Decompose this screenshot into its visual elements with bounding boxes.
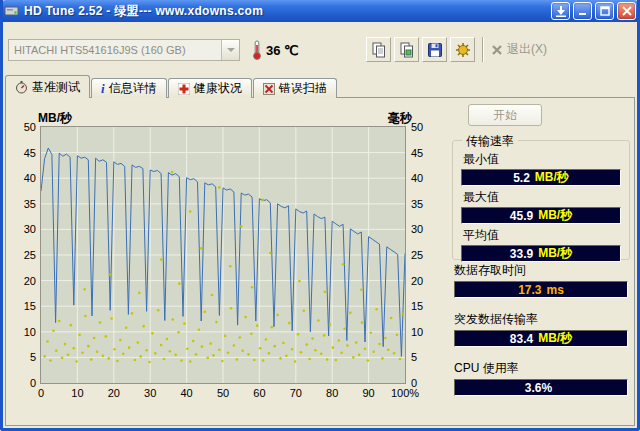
copy-text-button[interactable]	[366, 37, 391, 62]
benchmark-stopwatch-icon	[15, 81, 28, 94]
chevron-down-icon	[227, 48, 235, 52]
tab-label: 信息详情	[109, 80, 157, 97]
stat-label-min: 最小值	[463, 151, 629, 168]
minimize-icon	[578, 6, 588, 16]
chart-plot-area	[41, 127, 405, 383]
stat-value-access-time: 17.3ms	[454, 281, 628, 298]
transfer-rate-group-title: 传输速率	[462, 133, 518, 150]
stat-label-cpu-usage: CPU 使用率	[454, 360, 630, 377]
close-icon	[622, 6, 632, 16]
temperature-display: 36 ℃	[252, 39, 299, 61]
y-axis-right-ticks: 50454035302520151050	[411, 127, 437, 383]
left-axis-title: MB/秒	[38, 110, 72, 127]
copy-image-button[interactable]	[394, 37, 419, 62]
health-cross-icon	[178, 83, 190, 95]
drive-select[interactable]: HITACHI HTS541616J9S (160 GB)	[8, 39, 240, 61]
extra-stats: 数据存取时间 17.3ms 突发数据传输率 83.4MB/秒 CPU 使用率 3…	[452, 262, 630, 409]
copy-image-icon	[399, 42, 415, 58]
window-title: HD Tune 2.52 - 绿盟--- www.xdowns.com	[24, 3, 263, 20]
tab-label: 基准测试	[32, 79, 80, 96]
minimize-button[interactable]	[573, 2, 592, 20]
close-button[interactable]	[617, 2, 636, 20]
thermometer-icon	[252, 40, 262, 60]
stat-value-cpu-usage: 3.6%	[454, 379, 628, 396]
download-icon	[556, 6, 566, 17]
exit-icon	[491, 44, 503, 56]
start-button[interactable]: 开始	[468, 104, 542, 126]
right-axis-title: 毫秒	[388, 110, 412, 127]
stat-value-avg: 33.9MB/秒	[461, 245, 621, 262]
maximize-button[interactable]	[595, 2, 614, 20]
exit-button[interactable]: 退出(X)	[491, 37, 547, 62]
tab-label: 错误扫描	[279, 80, 327, 97]
tab-health[interactable]: 健康状况	[168, 78, 252, 98]
error-scan-icon	[263, 83, 275, 95]
save-screenshot-button[interactable]	[422, 37, 447, 62]
stat-label-max: 最大值	[463, 189, 629, 206]
toolbar: HITACHI HTS541616J9S (160 GB) 36 ℃ 退出(X)	[0, 22, 640, 76]
copy-icon	[371, 42, 387, 58]
y-axis-left-ticks: 50454035302520151050	[10, 127, 36, 383]
options-gear-icon	[455, 42, 471, 58]
toolbar-buttons	[366, 37, 475, 62]
app-icon	[4, 4, 19, 18]
tab-label: 健康状况	[194, 80, 242, 97]
tab-info[interactable]: i 信息详情	[91, 78, 167, 98]
options-button[interactable]	[450, 37, 475, 62]
x-axis-ticks: 0102030405060708090100%	[41, 387, 405, 401]
toolbar-separator	[482, 37, 484, 62]
tab-bar: 基准测试 i 信息详情 健康状况 错误扫描	[5, 75, 337, 98]
drive-select-arrow[interactable]	[221, 40, 239, 60]
transfer-rate-group: 传输速率 最小值 5.2MB/秒 最大值 45.9MB/秒 平均值 33.9MB…	[452, 140, 630, 260]
tab-error-scan[interactable]: 错误扫描	[253, 78, 337, 98]
stat-value-min: 5.2MB/秒	[461, 169, 621, 186]
download-button[interactable]	[551, 2, 570, 20]
stat-value-burst-rate: 83.4MB/秒	[454, 330, 628, 347]
hd-tune-window: HD Tune 2.52 - 绿盟--- www.xdowns.com HITA…	[0, 0, 640, 431]
stat-label-access-time: 数据存取时间	[454, 262, 630, 279]
exit-label: 退出(X)	[507, 41, 547, 58]
maximize-icon	[600, 6, 610, 16]
benchmark-chart	[40, 126, 406, 384]
drive-select-value: HITACHI HTS541616J9S (160 GB)	[9, 40, 221, 60]
save-icon	[427, 42, 443, 58]
stat-label-avg: 平均值	[463, 227, 629, 244]
info-icon: i	[101, 83, 105, 95]
temperature-value: 36 ℃	[266, 43, 299, 58]
titlebar[interactable]: HD Tune 2.52 - 绿盟--- www.xdowns.com	[0, 0, 640, 22]
stat-value-max: 45.9MB/秒	[461, 207, 621, 224]
tab-benchmark[interactable]: 基准测试	[5, 75, 90, 98]
stat-label-burst-rate: 突发数据传输率	[454, 311, 630, 328]
